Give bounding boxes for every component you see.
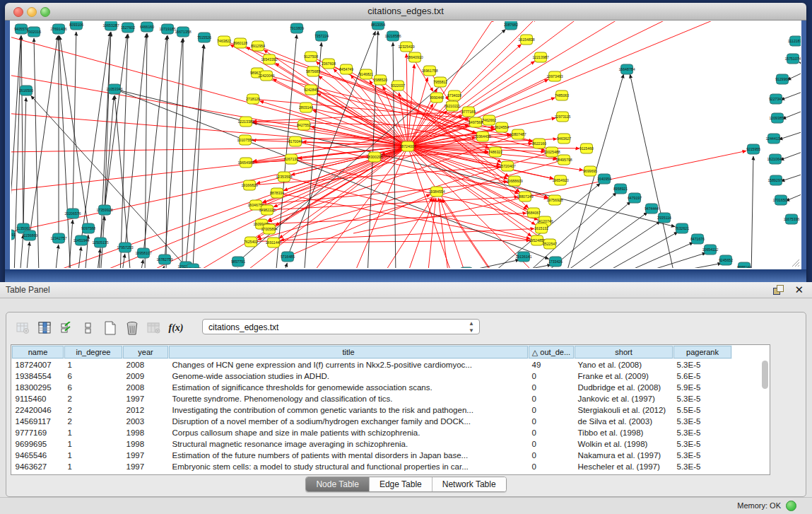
graph-node[interactable]: 9097588	[81, 223, 95, 233]
graph-node[interactable]: 27691406	[50, 24, 66, 34]
graph-node[interactable]: 12505135	[92, 238, 108, 247]
table-row[interactable]: 946554611997Estimation of the future num…	[12, 450, 732, 461]
graph-node[interactable]: 9777169	[461, 107, 476, 117]
graph-node[interactable]: 12213383	[237, 117, 254, 127]
graph-node[interactable]: 7463822	[217, 36, 231, 46]
graph-node[interactable]: 7955812	[433, 77, 447, 87]
citation-edge-black[interactable]	[629, 253, 706, 277]
graph-node[interactable]: 12466368	[458, 267, 474, 277]
citation-edge-red[interactable]	[289, 178, 531, 239]
graph-node[interactable]: 6497568	[469, 117, 483, 127]
graph-node[interactable]: 21053346	[106, 84, 122, 94]
citation-edge-black[interactable]	[787, 69, 810, 80]
graph-node[interactable]: 19654923	[552, 175, 568, 185]
table-cell[interactable]: 5.3E-5	[673, 461, 732, 472]
table-cell[interactable]: 2009	[123, 370, 169, 382]
table-cell[interactable]: 1997	[123, 450, 169, 461]
graph-node[interactable]: 2087682	[504, 20, 518, 30]
select-column-icon[interactable]	[37, 320, 52, 336]
citation-edge-black[interactable]	[558, 212, 647, 277]
table-row[interactable]: 1830029562008Estimation of significance …	[12, 382, 732, 393]
graph-node[interactable]: 19654985	[237, 158, 254, 168]
table-cell[interactable]: Tibbo et al. (1998)	[575, 427, 673, 438]
graph-node[interactable]: 8878334	[270, 188, 284, 198]
graph-node[interactable]: 11156869	[22, 230, 37, 240]
citation-edge-red[interactable]	[253, 123, 403, 146]
graph-node[interactable]: 16671358	[175, 27, 191, 37]
graph-node[interactable]: 8454749	[339, 64, 353, 74]
graph-node[interactable]: 2718126	[246, 94, 260, 104]
table-row[interactable]: 1938455462009Genome-wide association stu…	[12, 370, 732, 382]
table-cell[interactable]: 14569117	[12, 416, 64, 427]
graph-node[interactable]: 8170044	[288, 136, 302, 146]
vertical-scrollbar[interactable]	[762, 361, 768, 389]
graph-node[interactable]: 3624554	[495, 122, 509, 132]
table-cell[interactable]: 1998	[123, 427, 169, 438]
table-cell[interactable]: 0	[529, 427, 575, 438]
table-cell[interactable]: 0	[529, 393, 575, 404]
graph-node[interactable]: 8813054	[371, 20, 385, 30]
table-cell[interactable]: Tourette syndrome. Phenomenology and cla…	[169, 393, 529, 404]
graph-node[interactable]: 18300295	[366, 152, 382, 162]
graph-node[interactable]: 7913809	[290, 23, 304, 33]
table-cell[interactable]: Investigating the contribution of common…	[169, 404, 529, 416]
citation-edge-red[interactable]	[442, 199, 495, 277]
graph-node[interactable]: 9699695	[583, 166, 597, 176]
graph-node[interactable]: 10973493	[546, 71, 563, 81]
citation-edge-black[interactable]	[8, 36, 20, 230]
graph-node[interactable]: 22420046	[258, 71, 274, 81]
check-rows-icon[interactable]	[59, 320, 74, 336]
graph-node[interactable]: 10025488	[543, 147, 560, 157]
citation-edge-black[interactable]	[59, 36, 87, 223]
table-cell[interactable]: 0	[529, 404, 575, 416]
graph-node[interactable]: 2522547	[543, 239, 557, 249]
delete-table-icon[interactable]	[146, 320, 162, 336]
citation-edge-black[interactable]	[120, 34, 128, 277]
column-header-year[interactable]: year	[123, 346, 169, 359]
graph-node[interactable]: 12973115	[555, 112, 571, 122]
graph-node[interactable]: 8888144	[737, 262, 751, 272]
citation-edge-black[interactable]	[161, 266, 164, 277]
graph-node[interactable]: 10744215	[184, 264, 201, 274]
citation-edge-black[interactable]	[782, 108, 810, 119]
graph-node[interactable]: 10653287	[102, 21, 119, 30]
graph-node[interactable]: 9129966	[775, 74, 789, 84]
table-settings-icon[interactable]	[15, 320, 30, 336]
graph-node[interactable]: 19756928	[546, 195, 563, 205]
graph-node[interactable]: 12342757	[50, 233, 66, 243]
graph-node[interactable]: 18807249	[517, 192, 533, 201]
table-cell[interactable]: 5.3E-5	[673, 427, 732, 438]
graph-node[interactable]: 9115460	[579, 144, 594, 153]
table-cell[interactable]: 1997	[123, 461, 169, 472]
citation-edge-black[interactable]	[438, 259, 519, 277]
graph-node[interactable]: 16210643	[767, 154, 783, 164]
graph-node[interactable]: 16782759	[156, 255, 172, 264]
tab-network-table[interactable]: Network Table	[433, 477, 506, 491]
column-header-pagerank[interactable]: pagerank	[673, 346, 732, 359]
citation-edge-black[interactable]	[55, 245, 59, 277]
citation-edge-black[interactable]	[182, 38, 183, 277]
graph-node[interactable]: 8622160	[532, 139, 546, 148]
table-cell[interactable]: 5.9E-5	[673, 382, 732, 393]
table-cell[interactable]: Estimation of the future numbers of pati…	[169, 450, 529, 461]
graph-node[interactable]: 17957253	[117, 243, 133, 252]
graph-node[interactable]: 9108063	[373, 270, 387, 280]
table-cell[interactable]: 0	[529, 416, 575, 427]
table-cell[interactable]: Changes of HCN gene expression and I(f) …	[169, 359, 529, 371]
citation-edge-black[interactable]	[165, 39, 183, 255]
graph-node[interactable]: 9990448	[430, 93, 444, 103]
citation-edge-black[interactable]	[21, 36, 23, 223]
graph-node[interactable]: 19218586	[384, 31, 401, 41]
table-row[interactable]: 946362711997Embryonic stem cells: a mode…	[12, 461, 732, 472]
table-cell[interactable]: 6	[64, 382, 123, 393]
graph-node[interactable]: 1527602	[121, 23, 135, 33]
column-header-short[interactable]: short	[575, 346, 673, 359]
graph-node[interactable]: 17016504	[772, 195, 789, 205]
graph-node[interactable]: 20364436	[474, 132, 490, 141]
citation-edge-black[interactable]	[140, 259, 143, 277]
graph-node[interactable]: 16154838	[518, 35, 534, 45]
graph-node[interactable]: 16958107	[135, 248, 151, 258]
graph-node[interactable]: 8093106	[69, 20, 83, 30]
table-cell[interactable]: 2	[64, 404, 123, 416]
citation-edge-black[interactable]	[786, 191, 810, 201]
